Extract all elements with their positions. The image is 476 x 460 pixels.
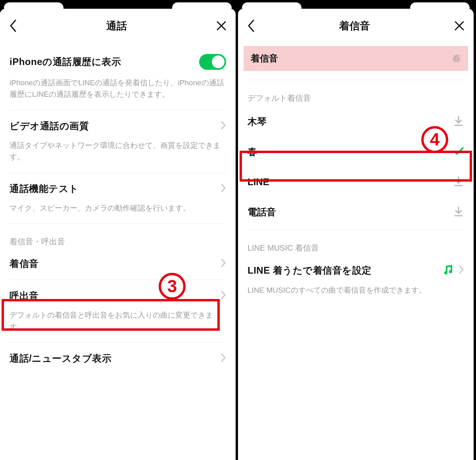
tone-label: 木琴 bbox=[248, 115, 267, 128]
phone-right: 着信音 着信音 春 デフォルト着信音 木琴 春 LINE bbox=[237, 0, 474, 460]
section-title-music: LINE MUSIC 着信音 bbox=[238, 232, 474, 257]
chevron-right-icon bbox=[221, 183, 226, 194]
divider bbox=[10, 280, 226, 280]
chevron-right-icon bbox=[221, 258, 226, 269]
row-label: 呼出音 bbox=[10, 289, 39, 302]
row-label: iPhoneの通話履歴に表示 bbox=[10, 56, 121, 68]
notch bbox=[0, 0, 236, 9]
toggle-on-icon[interactable] bbox=[199, 54, 226, 70]
download-icon[interactable] bbox=[453, 206, 464, 218]
tone-row-mokkin[interactable]: 木琴 bbox=[238, 107, 474, 137]
page-title: 着信音 bbox=[339, 19, 370, 33]
section-title-default: デフォルト着信音 bbox=[238, 82, 474, 107]
row-label: ビデオ通話の画質 bbox=[10, 120, 89, 132]
divider bbox=[10, 172, 226, 173]
screen-right: 着信音 着信音 春 デフォルト着信音 木琴 春 LINE bbox=[238, 9, 474, 460]
section-title-ring: 着信音・呼出音 bbox=[0, 226, 236, 250]
back-icon[interactable] bbox=[9, 19, 17, 33]
current-ringtone-row[interactable]: 着信音 春 bbox=[244, 46, 468, 71]
desc-test: マイク、スピーカー、カメラの動作確認を行います。 bbox=[0, 202, 236, 221]
music-note-icon bbox=[443, 264, 455, 277]
tone-row-line[interactable]: LINE bbox=[238, 167, 474, 197]
chevron-right-icon bbox=[221, 290, 226, 301]
desc-iphone: iPhoneの通話画面でLINEの通話を発着信したり、iPhoneの通話履歴にL… bbox=[0, 77, 236, 107]
back-icon[interactable] bbox=[247, 19, 255, 33]
row-video-quality[interactable]: ビデオ通話の画質 bbox=[0, 113, 236, 140]
row-iphone-history[interactable]: iPhoneの通話履歴に表示 bbox=[0, 47, 236, 77]
chevron-right-icon bbox=[221, 353, 226, 364]
tone-label: 春 bbox=[248, 146, 257, 158]
close-icon[interactable] bbox=[454, 20, 465, 31]
row-label: 通話/ニュースタブ表示 bbox=[10, 352, 111, 365]
download-icon[interactable] bbox=[453, 176, 464, 188]
row-ringtone[interactable]: 着信音 bbox=[0, 250, 236, 277]
chevron-right-icon bbox=[221, 121, 226, 132]
close-icon[interactable] bbox=[216, 20, 227, 31]
header: 着信音 bbox=[238, 9, 474, 40]
divider bbox=[10, 342, 226, 343]
chevron-right-icon bbox=[459, 265, 464, 276]
row-label: 通話機能テスト bbox=[10, 182, 79, 195]
tone-label: LINE bbox=[248, 176, 269, 188]
notch bbox=[238, 0, 474, 9]
row-label: LINE 着うたで着信音を設定 bbox=[248, 264, 372, 277]
desc-ringcall: デフォルトの着信音と呼出音をお気に入りの曲に変更できます。 bbox=[0, 309, 236, 340]
header: 通話 bbox=[0, 9, 236, 40]
tone-row-denwaon[interactable]: 電話音 bbox=[238, 197, 474, 227]
phone-left: 通話 iPhoneの通話履歴に表示 iPhoneの通話画面でLINEの通話を発着… bbox=[0, 0, 237, 460]
download-icon[interactable] bbox=[453, 115, 464, 128]
hl-value: 春 bbox=[452, 53, 461, 65]
row-callout[interactable]: 呼出音 bbox=[0, 282, 236, 309]
screen-left: 通話 iPhoneの通話履歴に表示 iPhoneの通話画面でLINEの通話を発着… bbox=[0, 9, 236, 460]
desc-music: LINE MUSICのすべての曲で着信音を作成できます。 bbox=[238, 284, 474, 303]
check-icon bbox=[453, 146, 464, 157]
tone-row-haru[interactable]: 春 bbox=[238, 137, 474, 167]
divider bbox=[10, 223, 226, 224]
tone-label: 電話音 bbox=[248, 206, 276, 218]
divider bbox=[248, 230, 464, 230]
page-title: 通話 bbox=[106, 19, 127, 33]
row-call-news-tab[interactable]: 通話/ニュースタブ表示 bbox=[0, 345, 236, 372]
hl-label: 着信音 bbox=[251, 52, 278, 65]
row-call-test[interactable]: 通話機能テスト bbox=[0, 175, 236, 202]
divider bbox=[10, 110, 226, 110]
row-label: 着信音 bbox=[10, 257, 39, 270]
row-line-music[interactable]: LINE 着うたで着信音を設定 bbox=[238, 257, 474, 284]
desc-video: 通話タイプやネットワーク環境に合わせて、画質を設定できます。 bbox=[0, 140, 236, 170]
divider bbox=[248, 80, 464, 80]
